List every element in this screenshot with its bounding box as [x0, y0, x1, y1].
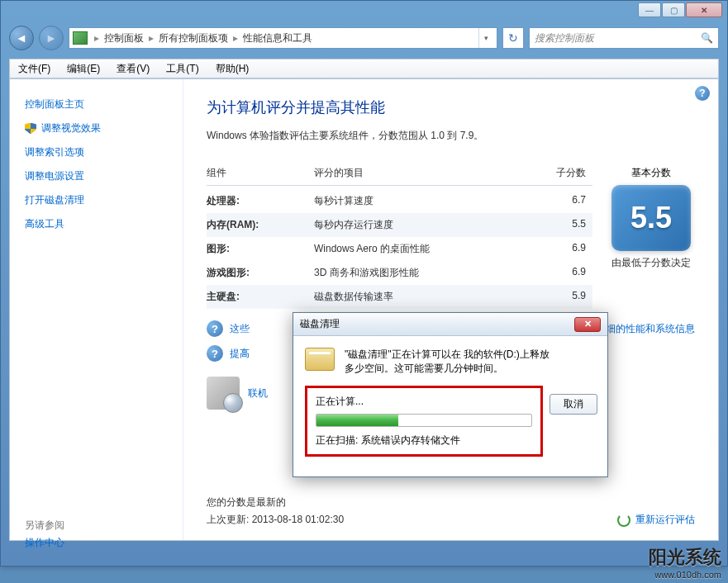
cell-desc: 磁盘数据传输速率 — [314, 290, 535, 304]
menu-edit[interactable]: 编辑(E) — [59, 62, 108, 76]
shield-icon — [25, 123, 36, 135]
refresh-button[interactable]: ↻ — [502, 27, 524, 49]
address-bar[interactable]: ▸ 控制面板 ▸ 所有控制面板项 ▸ 性能信息和工具 ▾ — [69, 27, 497, 49]
cell-component: 处理器: — [207, 194, 314, 208]
cell-score: 6.9 — [535, 266, 592, 280]
breadcrumb-sep: ▸ — [91, 32, 102, 44]
status-line2: 上次更新: 2013-08-18 01:02:30 — [207, 513, 344, 527]
nav-bar: ◄ ► ▸ 控制面板 ▸ 所有控制面板项 ▸ 性能信息和工具 ▾ ↻ 搜索控制面… — [9, 24, 719, 52]
cell-desc: Windows Aero 的桌面性能 — [314, 242, 535, 256]
breadcrumb-item[interactable]: 所有控制面板项 — [157, 31, 230, 45]
th-rated: 评分的项目 — [314, 166, 535, 180]
progress-highlight: 正在计算... 正在扫描: 系统错误内存转储文件 — [305, 386, 543, 457]
score-table: 组件 评分的项目 子分数 处理器: 每秒计算速度 6.7 内存(RAM): 每秒… — [207, 166, 592, 309]
refresh-icon — [617, 514, 630, 527]
search-placeholder: 搜索控制面板 — [535, 31, 594, 45]
help-link-right[interactable]: 细的性能和系统信息 — [606, 322, 695, 336]
table-row: 图形: Windows Aero 的桌面性能 6.9 — [207, 237, 592, 261]
progress-fill — [316, 415, 398, 426]
sidebar-item-power[interactable]: 调整电源设置 — [25, 166, 168, 190]
dialog-titlebar[interactable]: 磁盘清理 ✕ — [293, 313, 607, 336]
cell-desc: 3D 商务和游戏图形性能 — [314, 266, 535, 280]
sidebar-item-action-center[interactable]: 操作中心 — [25, 533, 168, 557]
cell-score: 6.9 — [535, 242, 592, 256]
breadcrumb-item[interactable]: 性能信息和工具 — [241, 31, 314, 45]
scanning-label: 正在扫描: 系统错误内存转储文件 — [316, 434, 532, 448]
cell-score: 6.7 — [535, 194, 592, 208]
help-icon[interactable]: ? — [695, 86, 710, 101]
cell-score: 5.5 — [535, 218, 592, 232]
disk-cleanup-dialog: 磁盘清理 ✕ "磁盘清理"正在计算可以在 我的软件(D:)上释放 多少空间。这可… — [293, 312, 608, 477]
menu-tools[interactable]: 工具(T) — [158, 62, 207, 76]
rerun-label: 重新运行评估 — [635, 513, 695, 527]
badge-header: 基本分数 — [607, 166, 695, 180]
dialog-message-row: "磁盘清理"正在计算可以在 我的软件(D:)上释放 多少空间。这可能需要几分钟时… — [305, 348, 596, 376]
sidebar-item-label: 调整视觉效果 — [41, 121, 101, 135]
menu-help[interactable]: 帮助(H) — [207, 62, 258, 76]
th-component: 组件 — [207, 166, 314, 180]
table-row: 内存(RAM): 每秒内存运行速度 5.5 — [207, 213, 592, 237]
window-controls: — ▢ ✕ — [638, 2, 722, 17]
watermark: 阳光系统 www.010dh.com — [649, 545, 721, 580]
cell-desc: 每秒内存运行速度 — [314, 218, 535, 232]
calculating-label: 正在计算... — [316, 395, 532, 409]
dialog-message: "磁盘清理"正在计算可以在 我的软件(D:)上释放 多少空间。这可能需要几分钟时… — [345, 348, 550, 376]
cell-desc: 每秒计算速度 — [314, 194, 535, 208]
score-status: 您的分数是最新的 上次更新: 2013-08-18 01:02:30 — [207, 495, 344, 527]
cancel-button[interactable]: 取消 — [550, 394, 597, 415]
cell-component: 主硬盘: — [207, 290, 314, 304]
address-dropdown-icon[interactable]: ▾ — [478, 28, 493, 48]
badge-caption: 由最低子分数决定 — [607, 256, 695, 270]
back-button[interactable]: ◄ — [9, 26, 34, 50]
table-row: 游戏图形: 3D 商务和游戏图形性能 6.9 — [207, 261, 592, 285]
dialog-close-button[interactable]: ✕ — [574, 317, 601, 332]
software-disc-icon — [207, 377, 240, 410]
question-icon: ? — [207, 345, 223, 362]
cell-score: 5.9 — [535, 290, 592, 304]
sidebar-item-indexing[interactable]: 调整索引选项 — [25, 142, 168, 166]
page-title: 为计算机评分并提高其性能 — [207, 97, 695, 117]
folder-icon — [73, 31, 88, 45]
page-description: Windows 体验指数评估主要系统组件，分数范围从 1.0 到 7.9。 — [207, 129, 695, 143]
question-icon: ? — [207, 320, 223, 337]
breadcrumb-sep: ▸ — [230, 32, 241, 44]
table-row: 处理器: 每秒计算速度 6.7 — [207, 189, 592, 213]
breadcrumb-sep: ▸ — [145, 32, 157, 44]
see-also-heading: 另请参阅 — [25, 519, 168, 533]
menu-view[interactable]: 查看(V) — [108, 62, 158, 76]
table-row: 主硬盘: 磁盘数据传输速率 5.9 — [207, 285, 592, 309]
table-header: 组件 评分的项目 子分数 — [207, 166, 592, 186]
sidebar-item-advanced[interactable]: 高级工具 — [25, 214, 168, 238]
breadcrumb-item[interactable]: 控制面板 — [102, 31, 145, 45]
drive-icon — [305, 348, 335, 371]
rerun-link[interactable]: 重新运行评估 — [617, 513, 695, 527]
bottom-info: 您的分数是最新的 上次更新: 2013-08-18 01:02:30 重新运行评… — [207, 495, 695, 527]
help-link[interactable]: 提高 — [230, 347, 250, 361]
forward-button[interactable]: ► — [39, 26, 64, 50]
maximize-button[interactable]: ▢ — [662, 2, 685, 17]
dialog-body: "磁盘清理"正在计算可以在 我的软件(D:)上释放 多少空间。这可能需要几分钟时… — [293, 336, 607, 476]
base-score-badge: 基本分数 5.5 由最低子分数决定 — [607, 166, 695, 309]
learn-online-link[interactable]: 联机 — [248, 386, 268, 401]
status-line1: 您的分数是最新的 — [207, 495, 344, 510]
close-button[interactable]: ✕ — [686, 2, 722, 17]
explorer-window: — ▢ ✕ ◄ ► ▸ 控制面板 ▸ 所有控制面板项 ▸ 性能信息和工具 ▾ ↻… — [0, 0, 728, 566]
progress-bar — [316, 414, 532, 427]
minimize-button[interactable]: — — [638, 2, 661, 17]
cell-component: 图形: — [207, 242, 314, 256]
watermark-title: 阳光系统 — [649, 545, 721, 570]
sidebar-item-visual-effects[interactable]: 调整视觉效果 — [25, 118, 168, 142]
base-score-value: 5.5 — [611, 185, 691, 251]
help-link[interactable]: 这些 — [230, 322, 250, 336]
sidebar-item-home[interactable]: 控制面板主页 — [25, 94, 168, 118]
score-area: 组件 评分的项目 子分数 处理器: 每秒计算速度 6.7 内存(RAM): 每秒… — [207, 166, 695, 309]
sidebar-item-disk-cleanup[interactable]: 打开磁盘清理 — [25, 190, 168, 214]
dialog-title-text: 磁盘清理 — [300, 317, 340, 331]
search-input[interactable]: 搜索控制面板 🔍 — [529, 27, 719, 49]
watermark-url: www.010dh.com — [649, 570, 721, 580]
menu-bar: 文件(F) 编辑(E) 查看(V) 工具(T) 帮助(H) — [9, 59, 719, 78]
search-icon: 🔍 — [701, 32, 713, 44]
menu-file[interactable]: 文件(F) — [10, 62, 59, 76]
th-subscore: 子分数 — [535, 166, 592, 180]
sidebar: 控制面板主页 调整视觉效果 调整索引选项 调整电源设置 打开磁盘清理 高级工具 … — [10, 79, 183, 540]
